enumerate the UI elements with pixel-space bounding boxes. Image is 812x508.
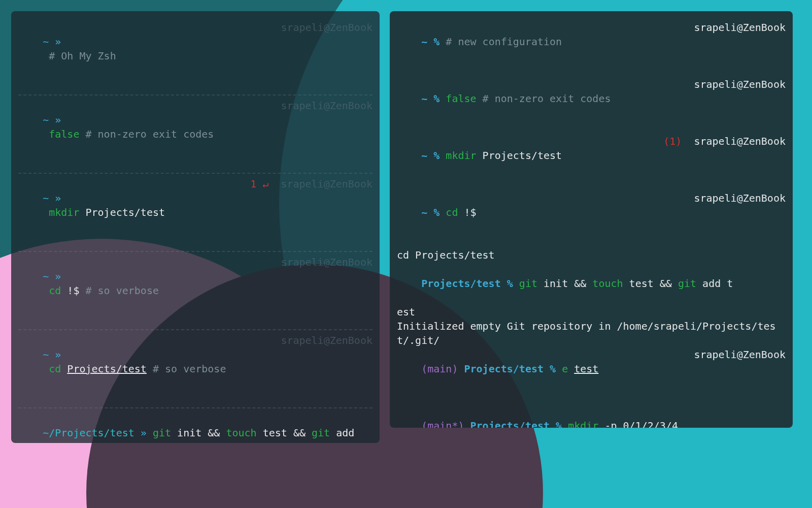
prompt-line[interactable]: (main) Projects/test % e test srapeli@Ze… [397, 347, 786, 404]
output: Initialized empty Git repository in /hom… [397, 320, 776, 346]
prompt-line[interactable]: ~ % mkdir Projects/test (1) srapeli@ZenB… [397, 134, 786, 191]
prompt: ~ » [43, 36, 61, 48]
prompt-line[interactable]: ~ » false # non-zero exit codes srapeli@… [18, 99, 373, 170]
prompt-line[interactable]: (main*) Projects/test % mkdir -p 0/1/2/3… [397, 404, 786, 428]
separator [18, 94, 373, 96]
terminal-left[interactable]: ~ » # Oh My Zsh srapeli@ZenBook ~ » fals… [11, 11, 380, 443]
prompt-line[interactable]: ~ » cd !$ # so verbose srapeli@ZenBook [18, 255, 373, 326]
rprompt: srapeli@ZenBook [281, 20, 373, 35]
exit-code: 1 ↵ [250, 178, 268, 190]
prompt-line[interactable]: ~ % false # non-zero exit codes srapeli@… [397, 77, 786, 134]
prompt-line[interactable]: Projects/test % git init && touch test &… [397, 262, 786, 305]
prompt-line[interactable]: ~ % cd !$ srapeli@ZenBook [397, 191, 786, 248]
prompt-line[interactable]: ~ » # Oh My Zsh srapeli@ZenBook [18, 20, 373, 91]
comment: # Oh My Zsh [49, 50, 116, 62]
terminal-right[interactable]: ~ % # new configuration srapeli@ZenBook … [390, 11, 793, 428]
exit-code: (1) [663, 135, 682, 147]
prompt-line[interactable]: ~ » cd Projects/test # so verbose srapel… [18, 333, 373, 404]
prompt-line[interactable]: ~ » mkdir Projects/test 1 ↵ srapeli@ZenB… [18, 177, 373, 248]
output: cd Projects/test [397, 249, 495, 261]
prompt-line[interactable]: ~/Projects/test » git init && touch test… [18, 411, 373, 443]
prompt-line[interactable]: ~ % # new configuration srapeli@ZenBook [397, 20, 786, 77]
